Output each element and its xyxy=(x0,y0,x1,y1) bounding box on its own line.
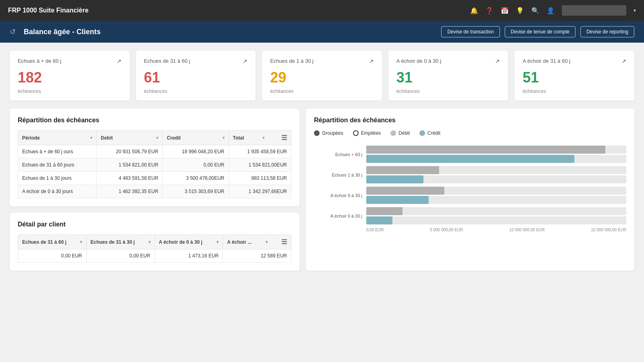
kpi-ext-2[interactable]: ↗ xyxy=(369,58,374,64)
bar-group xyxy=(366,166,626,183)
debit-bar-fill xyxy=(366,187,444,195)
table-row: Echues à + de 60 j ours 20 931 506,79 EU… xyxy=(18,145,291,158)
search-icon[interactable]: 🔍 xyxy=(531,7,539,14)
legend-dot-empilees xyxy=(353,130,359,136)
detail-sort-2[interactable]: ▾ xyxy=(217,240,219,244)
topnav-icons: 🔔 ❓ 📅 💡 🔍 👤 ▾ xyxy=(470,5,636,16)
col-periode[interactable]: Période ▾ xyxy=(18,131,97,145)
kpi-card-1: Echues de 31 à 60 j ↗ 61 échéances xyxy=(136,51,256,101)
detail-sort-1[interactable]: ▾ xyxy=(149,240,151,244)
detail-table-headers: Echues de 31 à 60 j ▾ Echues de 31 à 30 … xyxy=(18,234,291,249)
axis-label-2: 10 000 000,00 EUR xyxy=(509,228,545,232)
kpi-label-1: Echues de 31 à 60 j xyxy=(144,58,190,64)
legend-empilees[interactable]: Empilées xyxy=(353,130,381,136)
detail-col-0[interactable]: Echues de 31 à 60 j ▾ xyxy=(18,235,87,249)
cell-credit-1: 0,00 EUR xyxy=(163,158,229,172)
legend-groupees[interactable]: Groupées xyxy=(314,130,343,136)
kpi-label-2: Echues de 1 à 30 j xyxy=(270,58,314,64)
credit-bar-track xyxy=(366,216,626,224)
chart-panel: Répartition des échéances Groupées Empil… xyxy=(306,109,634,271)
kpi-ext-1[interactable]: ↗ xyxy=(243,58,248,64)
credit-bar-track xyxy=(366,155,626,163)
detail-cell-0-1: 0,00 EUR xyxy=(87,249,155,262)
subheader: ↺ Balance âgée - Clients Devise de trans… xyxy=(0,21,644,43)
table-menu-icon[interactable]: ☰ xyxy=(281,134,287,142)
repartition-panel: Répartition des échéances Période ▾ xyxy=(10,109,299,206)
kpi-ext-0[interactable]: ↗ xyxy=(117,58,122,64)
table-row: A échoir de 0 à 30 jours 1 462 392,35 EU… xyxy=(18,185,291,198)
bell-icon[interactable]: 🔔 xyxy=(470,7,478,14)
cell-periode-2: Echues de 1 à 30 jours xyxy=(18,172,97,185)
refresh-icon[interactable]: ↺ xyxy=(10,27,16,36)
kpi-sub-2: échéances xyxy=(270,88,374,94)
bulb-icon[interactable]: 💡 xyxy=(516,7,524,14)
cell-debit-3: 1 462 392,35 EUR xyxy=(97,185,163,198)
detail-col-1[interactable]: Echues de 31 à 30 j ▾ xyxy=(87,235,155,249)
sort-debit-icon[interactable]: ▾ xyxy=(156,136,158,140)
cell-debit-1: 1 534 821,00 EUR xyxy=(97,158,163,172)
cell-periode-1: Echues de 31 à 60 jours xyxy=(18,158,97,172)
kpi-sub-1: échéances xyxy=(144,88,248,94)
dropdown-icon[interactable]: ▾ xyxy=(634,8,636,13)
debit-bar-fill xyxy=(366,166,439,174)
detail-menu-icon[interactable]: ☰ xyxy=(281,238,287,246)
repartition-title: Répartition des échéances xyxy=(18,117,291,124)
legend-debit[interactable]: Débit xyxy=(390,130,410,136)
bar-group xyxy=(366,146,626,163)
credit-bar-track xyxy=(366,175,626,183)
chart-legend: Groupées Empilées Débit Crédit xyxy=(314,130,626,136)
topnav: FRP 1000 Suite Financière 🔔 ❓ 📅 💡 🔍 👤 ▾ xyxy=(0,0,644,21)
search-input[interactable] xyxy=(562,5,626,16)
devise-transaction-button[interactable]: Devise de transaction xyxy=(441,26,500,37)
detail-col-3[interactable]: A échoir ... ▾ ☰ xyxy=(223,235,291,249)
chart-title: Répartition des échéances xyxy=(314,117,626,124)
debit-bar-track xyxy=(366,187,626,195)
calendar-icon[interactable]: 📅 xyxy=(501,7,509,14)
debit-bar-fill xyxy=(366,207,402,215)
detail-col-2[interactable]: A échoir de 0 à 30 j ▾ xyxy=(155,235,223,249)
axis-label-3: 15 000 000,00 EUR xyxy=(591,228,626,232)
bar-chart-row: A échoir 0 à 30 j xyxy=(314,207,626,224)
debit-bar-track xyxy=(366,207,626,215)
devise-tenue-button[interactable]: Devise de tenue de compte xyxy=(505,26,576,37)
legend-dot-credit xyxy=(419,130,425,136)
bar-label: Echues 1 à 30 j xyxy=(314,173,366,177)
detail-sort-3[interactable]: ▾ xyxy=(266,240,268,244)
credit-bar-fill xyxy=(366,216,392,224)
detail-sort-0[interactable]: ▾ xyxy=(80,240,82,244)
kpi-card-2: Echues de 1 à 30 j ↗ 29 échéances xyxy=(262,51,382,101)
help-icon[interactable]: ❓ xyxy=(485,7,493,14)
credit-bar-fill xyxy=(366,196,429,204)
col-debit[interactable]: Debit ▾ xyxy=(97,131,163,145)
axis-label-1: 5 000 000,00 EUR xyxy=(430,228,463,232)
two-col-layout: Répartition des échéances Période ▾ xyxy=(10,109,634,271)
kpi-ext-4[interactable]: ↗ xyxy=(621,58,626,64)
kpi-value-0: 182 xyxy=(18,69,122,86)
bar-chart-row: A échoir 0 à 30 j xyxy=(314,187,626,204)
bar-chart-row: Echues 1 à 30 j xyxy=(314,166,626,183)
kpi-label-0: Echues à + de 60 j xyxy=(18,58,61,64)
kpi-card-3: A échoir de 0 à 30 j ↗ 31 échéances xyxy=(388,51,508,101)
sort-total-icon[interactable]: ▾ xyxy=(262,136,264,140)
detail-cell-0-2: 1 473,16 EUR xyxy=(155,249,223,262)
legend-dot-groupees xyxy=(314,130,320,136)
chart-axis: 0,00 EUR 5 000 000,00 EUR 10 000 000,00 … xyxy=(314,228,626,232)
kpi-sub-3: échéances xyxy=(396,88,500,94)
col-credit[interactable]: Credit ▾ xyxy=(163,131,229,145)
detail-panel: Détail par client Echues de 31 à 60 j ▾ … xyxy=(10,213,299,271)
devise-reporting-button[interactable]: Devise de reporting xyxy=(580,26,634,37)
cell-total-3: 1 342 297,66EUR xyxy=(229,185,291,198)
legend-credit[interactable]: Crédit xyxy=(419,130,440,136)
user-icon[interactable]: 👤 xyxy=(547,7,555,14)
right-column: Répartition des échéances Groupées Empil… xyxy=(306,109,634,271)
kpi-value-4: 51 xyxy=(522,69,626,86)
kpi-ext-3[interactable]: ↗ xyxy=(495,58,500,64)
kpi-value-1: 61 xyxy=(144,69,248,86)
detail-cell-0-0: 0,00 EUR xyxy=(18,249,87,262)
sort-credit-icon[interactable]: ▾ xyxy=(223,136,225,140)
kpi-value-3: 31 xyxy=(396,69,500,86)
col-total[interactable]: Total ▾ ☰ xyxy=(229,131,291,145)
kpi-row: Echues à + de 60 j ↗ 182 échéances Echue… xyxy=(10,51,634,101)
kpi-sub-0: échéances xyxy=(18,88,122,94)
sort-periode-icon[interactable]: ▾ xyxy=(90,136,92,140)
